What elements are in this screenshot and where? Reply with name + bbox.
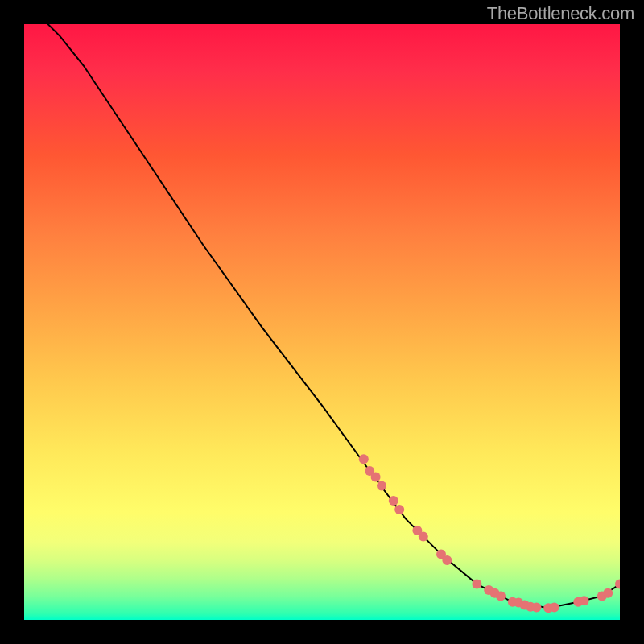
data-point [573,597,583,607]
data-point [496,591,506,601]
data-point [365,466,374,476]
data-point [550,603,559,613]
data-point [377,481,386,491]
data-point [603,588,613,598]
data-point [520,601,530,610]
chart-gradient-background [24,24,620,620]
data-point [436,550,446,559]
data-point [442,555,452,565]
data-point [514,598,523,608]
data-point [359,454,369,464]
data-point [472,580,481,589]
data-point [580,596,589,605]
chart-svg [24,24,620,620]
data-point [371,472,381,481]
data-point [394,505,404,514]
data-point [615,580,620,589]
watermark-text: TheBottleneck.com [487,3,634,24]
data-point-markers [359,454,620,613]
data-point [526,602,535,612]
data-point [389,496,398,506]
data-point [597,591,607,601]
data-point [484,585,493,595]
bottleneck-curve [48,24,620,608]
data-point [508,597,518,607]
data-point [490,588,500,598]
data-point [419,531,428,541]
data-point [412,526,422,535]
data-point [531,603,541,613]
data-point [543,603,553,613]
